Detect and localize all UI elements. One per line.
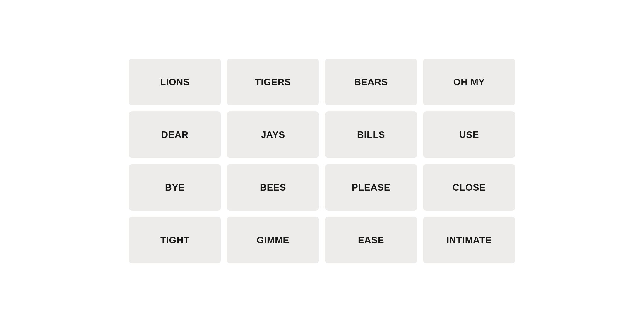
card-bills[interactable]: BILLS xyxy=(325,111,417,158)
card-bees[interactable]: BEES xyxy=(227,164,319,211)
card-label-oh-my: OH MY xyxy=(453,77,485,88)
card-label-intimate: INTIMATE xyxy=(447,235,492,246)
card-label-ease: EASE xyxy=(358,235,384,246)
card-tigers[interactable]: TIGERS xyxy=(227,59,319,105)
card-label-bees: BEES xyxy=(260,182,286,193)
card-label-tight: TIGHT xyxy=(160,235,189,246)
card-label-use: USE xyxy=(459,129,479,140)
card-label-jays: JAYS xyxy=(261,129,285,140)
card-tight[interactable]: TIGHT xyxy=(129,217,221,263)
card-ease[interactable]: EASE xyxy=(325,217,417,263)
card-label-gimme: GIMME xyxy=(257,235,290,246)
card-label-bye: BYE xyxy=(165,182,185,193)
card-dear[interactable]: DEAR xyxy=(129,111,221,158)
card-intimate[interactable]: INTIMATE xyxy=(423,217,515,263)
card-label-dear: DEAR xyxy=(161,129,189,140)
card-label-bills: BILLS xyxy=(357,129,385,140)
card-label-please: PLEASE xyxy=(352,182,390,193)
card-gimme[interactable]: GIMME xyxy=(227,217,319,263)
card-label-bears: BEARS xyxy=(354,77,388,88)
card-oh-my[interactable]: OH MY xyxy=(423,59,515,105)
word-grid: LIONSTIGERSBEARSOH MYDEARJAYSBILLSUSEBYE… xyxy=(117,47,527,275)
card-label-tigers: TIGERS xyxy=(255,77,291,88)
card-close[interactable]: CLOSE xyxy=(423,164,515,211)
card-label-lions: LIONS xyxy=(160,77,190,88)
card-label-close: CLOSE xyxy=(453,182,486,193)
card-bears[interactable]: BEARS xyxy=(325,59,417,105)
card-please[interactable]: PLEASE xyxy=(325,164,417,211)
card-lions[interactable]: LIONS xyxy=(129,59,221,105)
card-use[interactable]: USE xyxy=(423,111,515,158)
card-bye[interactable]: BYE xyxy=(129,164,221,211)
card-jays[interactable]: JAYS xyxy=(227,111,319,158)
